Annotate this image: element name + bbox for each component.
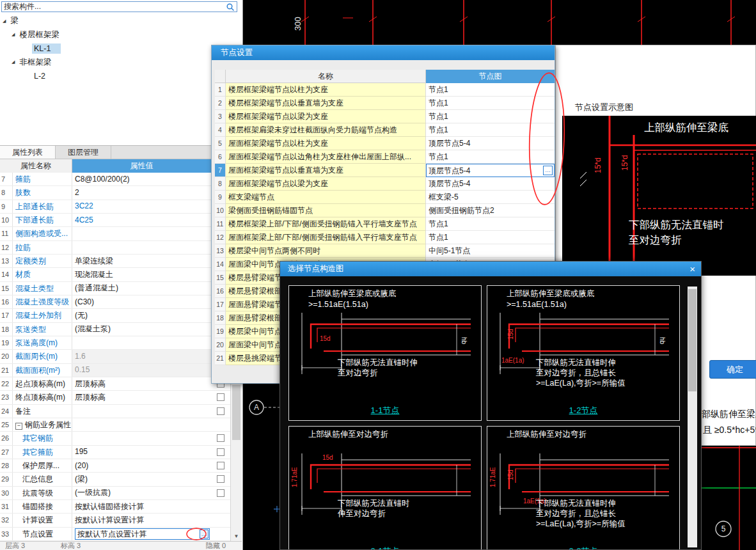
property-value[interactable]: (无) <box>72 309 211 322</box>
card-node-name[interactable]: 1-2节点 <box>487 405 679 416</box>
node-setting-row[interactable]: 9框支梁端节点框支梁-5 <box>215 191 555 204</box>
property-row[interactable]: 7箍筋C8@100/200(2) <box>0 173 230 186</box>
node-diagram-value[interactable]: 节点1 <box>426 123 555 137</box>
collapse-icon[interactable]: − <box>15 423 22 430</box>
node-construct-card-2-1节点[interactable]: 上部纵筋伸至对边弯折1.71aE15d下部纵筋无法直锚时伸至对边弯折2-1节点 <box>288 426 482 550</box>
node-diagram-value[interactable]: 侧面受扭钢筋节点2 <box>426 204 555 217</box>
property-row[interactable]: 20截面周长(m)1.6 <box>0 350 230 363</box>
property-value[interactable]: (混凝土泵) <box>72 323 211 336</box>
property-value[interactable]: 层顶标高 <box>72 391 211 404</box>
close-icon[interactable]: × <box>689 262 695 276</box>
property-value[interactable]: 按默认锚固搭接计算 <box>72 500 211 513</box>
property-row[interactable]: 29汇总信息(梁) <box>0 473 230 486</box>
property-row[interactable]: 11侧面构造或受... <box>0 227 230 240</box>
node-setting-row[interactable]: 5屋面框架梁端节点以柱为支座顶层节点5-4 <box>215 137 555 150</box>
node-setting-row[interactable]: 3楼层框架梁端节点以梁为支座节点1 <box>215 110 555 123</box>
tree-item-KL-1[interactable]: KL-1 <box>0 42 240 56</box>
node-diagram-value[interactable]: 节点1 <box>426 110 555 123</box>
property-value[interactable]: 按默认节点设置计算… <box>72 528 211 540</box>
property-row[interactable]: 18泵送类型(混凝土泵) <box>0 323 230 336</box>
node-diagram-value[interactable]: 顶层节点5-4… <box>426 164 555 177</box>
property-value[interactable]: 1.6 <box>72 350 211 363</box>
property-value[interactable] <box>72 336 211 349</box>
checkbox[interactable] <box>217 434 224 442</box>
property-row[interactable]: 21截面面积(m²)0.15 <box>0 364 230 377</box>
node-setting-row[interactable]: 1楼层框架梁端节点以柱为支座节点1 <box>215 83 555 97</box>
property-value[interactable]: (普通混凝土) <box>72 282 211 295</box>
checkbox[interactable] <box>217 448 224 456</box>
property-row[interactable]: 26其它钢筋 <box>0 432 230 445</box>
property-value[interactable]: (20) <box>72 459 211 472</box>
property-value[interactable] <box>72 432 211 444</box>
property-row[interactable]: 31锚固搭接按默认锚固搭接计算 <box>0 500 230 514</box>
node-setting-row[interactable]: 11楼层框架梁上部/下部/侧面受扭钢筋锚入平行墙支座节点节点1 <box>215 217 555 231</box>
node-setting-row[interactable]: 2楼层框架梁端节点以垂直墙为支座节点1 <box>215 97 555 110</box>
dialog-titlebar[interactable]: 节点设置 <box>212 45 555 60</box>
property-row[interactable]: 25−钢筋业务属性 <box>0 418 230 432</box>
property-value[interactable]: 195 <box>72 446 211 459</box>
node-setting-row[interactable]: 12屋面框架梁上部/下部/侧面受扭钢筋锚入平行墙支座节点节点1 <box>215 231 555 244</box>
checkbox[interactable] <box>217 407 224 415</box>
checkbox[interactable] <box>217 489 224 497</box>
scroll-down-icon[interactable]: ▼ <box>231 532 242 541</box>
property-value[interactable]: 单梁连续梁 <box>72 255 211 267</box>
property-row[interactable]: 14材质现浇混凝土 <box>0 268 230 281</box>
tab-layer-manage[interactable]: 图层管理 <box>56 146 111 159</box>
property-value[interactable] <box>72 227 211 240</box>
confirm-button[interactable]: 确定 <box>709 360 756 379</box>
node-setting-row[interactable]: 10梁侧面受扭钢筋锚固节点侧面受扭钢筋节点2 <box>215 204 555 217</box>
tab-property-list[interactable]: 属性列表 <box>0 146 56 159</box>
property-value[interactable]: 按默认计算设置计算 <box>72 514 211 526</box>
property-row[interactable]: 22起点顶标高(m)层顶标高 <box>0 377 230 391</box>
property-value[interactable]: 层顶标高 <box>72 377 211 390</box>
tree-item-楼层框架梁[interactable]: ◢楼层框架梁 <box>0 28 240 42</box>
checkbox[interactable] <box>217 462 224 469</box>
node-diagram-value[interactable]: 中间5-1节点 <box>426 244 555 258</box>
tree-item-非框架梁[interactable]: ◢非框架梁 <box>0 56 240 70</box>
property-value[interactable]: 4C25 <box>72 214 211 226</box>
card-node-name[interactable]: 2-1节点 <box>289 546 481 550</box>
property-value[interactable]: (梁) <box>72 473 211 485</box>
node-diagram-value[interactable]: 节点1 <box>426 217 555 231</box>
card-node-name[interactable]: 1-1节点 <box>289 405 481 416</box>
scrollbar-thumb[interactable] <box>232 385 240 440</box>
node-diagram-value[interactable]: 节点1 <box>426 231 555 244</box>
property-value[interactable]: C8@100/200(2) <box>72 173 211 185</box>
node-setting-row[interactable]: 6屋面框架梁端节点以边角柱为支座柱伸出屋面上部纵...节点1 <box>215 150 555 164</box>
search-box[interactable] <box>1 1 237 12</box>
node-diagram-value[interactable]: 节点1 <box>426 97 555 110</box>
property-value[interactable]: 3C22 <box>72 200 211 213</box>
property-value-editor[interactable]: 按默认节点设置计算… <box>75 528 210 540</box>
card-node-name[interactable]: 2-2节点 <box>487 546 679 550</box>
property-value[interactable] <box>72 418 211 431</box>
property-row[interactable]: 15混凝土类型(普通混凝土) <box>0 282 230 295</box>
node-diagram-value[interactable]: 顶层节点5-4 <box>426 137 555 150</box>
property-row[interactable]: 24备注 <box>0 405 230 418</box>
property-value[interactable]: 现浇混凝土 <box>72 268 211 281</box>
construct-scrollbar[interactable] <box>688 287 697 547</box>
property-row[interactable]: 30抗震等级(一级抗震) <box>0 487 230 500</box>
tree-expander-icon[interactable]: ◢ <box>12 59 15 65</box>
property-value[interactable]: (一级抗震) <box>72 487 211 499</box>
checkbox[interactable] <box>217 393 224 401</box>
node-construct-card-1-2节点[interactable]: 上部纵筋伸至梁底或腋底>=1.51aE(1.51a)15d1aE(1a)hb下部… <box>487 285 680 421</box>
node-setting-row[interactable]: 4楼层框架扁梁未穿过柱截面纵向受力筋端节点构造节点1 <box>215 123 555 137</box>
node-setting-row[interactable]: 13楼层梁中间节点两侧不同时中间5-1节点 <box>215 244 555 258</box>
property-row[interactable]: 8肢数2 <box>0 186 230 200</box>
property-row[interactable]: 13定额类别单梁连续梁 <box>0 255 230 268</box>
property-row[interactable]: 23终点顶标高(m)层顶标高 <box>0 391 230 404</box>
tree-item-梁[interactable]: ◢梁 <box>0 14 240 28</box>
search-input[interactable] <box>2 2 226 12</box>
scrollbar-thumb[interactable] <box>688 289 697 391</box>
property-value[interactable] <box>72 405 211 418</box>
node-setting-row[interactable]: 7屋面框架梁端节点以垂直墙为支座顶层节点5-4… <box>215 164 555 177</box>
dialog-titlebar[interactable]: 选择节点构造图 <box>280 262 701 276</box>
tree-item-L-2[interactable]: L-2 <box>0 69 240 83</box>
property-value[interactable]: (C30) <box>72 295 211 308</box>
node-construct-card-2-2节点[interactable]: 上部纵筋伸至对边弯折1.71aE15d1aE(1a)下部纵筋无法直锚时伸至对边弯… <box>487 426 680 550</box>
property-row[interactable]: 16混凝土强度等级(C30) <box>0 295 230 309</box>
search-icon[interactable] <box>226 3 235 12</box>
ellipsis-button[interactable]: … <box>200 530 209 538</box>
node-construct-card-1-1节点[interactable]: 上部纵筋伸至梁底或腋底>=1.51aE(1.51a)15dhb下部纵筋无法直锚时… <box>288 285 482 421</box>
node-diagram-value[interactable]: 节点1 <box>426 150 555 164</box>
